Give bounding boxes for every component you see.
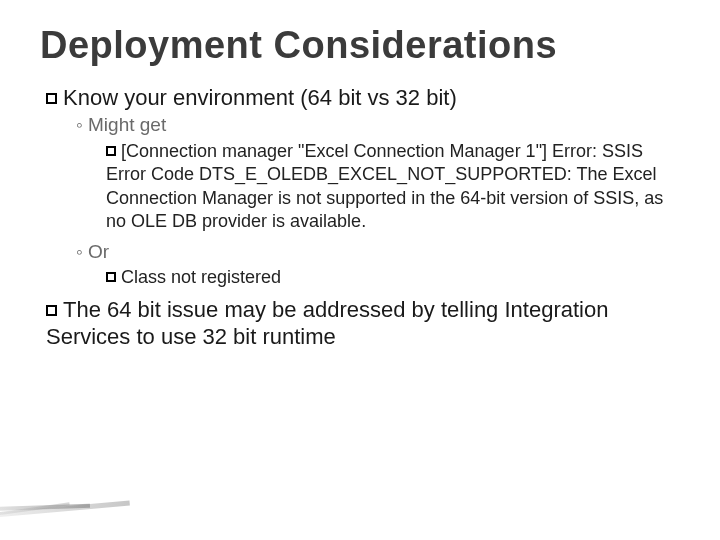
bullet-text: [Connection manager "Excel Connection Ma… [106, 141, 663, 231]
slide: Deployment Considerations Know your envi… [0, 0, 720, 540]
square-bullet-icon [106, 272, 116, 282]
bullet-level2: Or [76, 240, 680, 265]
square-bullet-icon [46, 93, 57, 104]
slide-title: Deployment Considerations [40, 26, 680, 66]
bullet-level3: Class not registered [106, 266, 666, 289]
square-bullet-icon [106, 146, 116, 156]
bullet-text: The 64 bit issue may be addressed by tel… [46, 297, 608, 350]
bullet-level1: Know your environment (64 bit vs 32 bit) [46, 84, 680, 112]
bullet-text: Or [88, 241, 109, 262]
bullet-text: Class not registered [121, 267, 281, 287]
bullet-text: Know your environment (64 bit vs 32 bit) [63, 85, 457, 110]
bullet-level2: Might get [76, 113, 680, 138]
square-bullet-icon [46, 305, 57, 316]
bullet-level1: The 64 bit issue may be addressed by tel… [46, 296, 680, 351]
slide-decor [0, 498, 170, 516]
bullet-level3: [Connection manager "Excel Connection Ma… [106, 140, 666, 234]
bullet-text: Might get [88, 114, 166, 135]
slide-body: Know your environment (64 bit vs 32 bit)… [40, 84, 680, 351]
